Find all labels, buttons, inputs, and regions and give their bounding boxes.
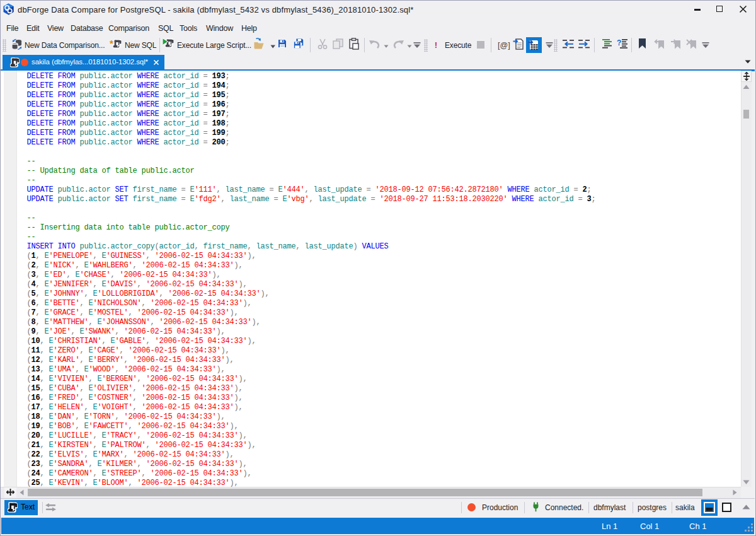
- svg-text:?: ?: [617, 38, 621, 47]
